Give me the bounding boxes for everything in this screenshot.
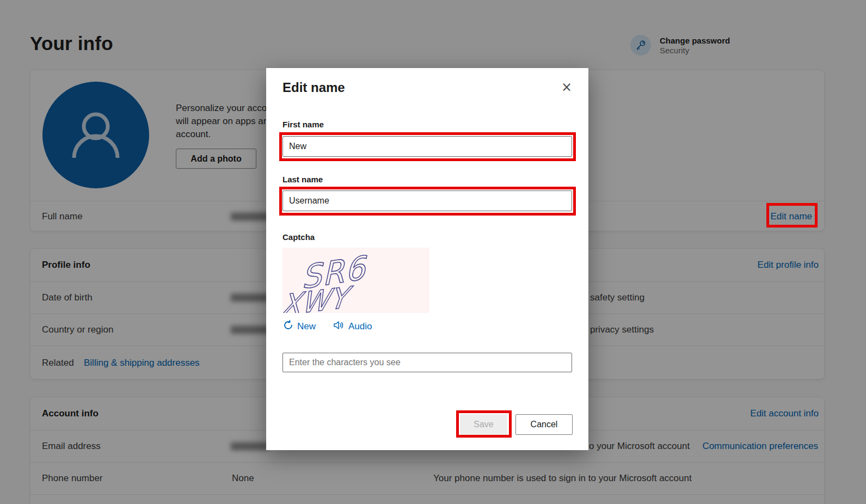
audio-captcha-button[interactable]: Audio xyxy=(333,320,372,333)
captcha-label: Captcha xyxy=(282,232,315,242)
first-name-input[interactable] xyxy=(282,136,572,157)
first-name-label: First name xyxy=(282,120,324,129)
close-icon[interactable]: × xyxy=(560,81,573,94)
refresh-icon xyxy=(283,320,293,333)
captcha-answer-input[interactable] xyxy=(282,353,572,372)
new-captcha-button[interactable]: New xyxy=(283,320,316,333)
last-name-input[interactable] xyxy=(282,190,572,211)
cancel-button[interactable]: Cancel xyxy=(515,414,573,435)
speaker-icon xyxy=(333,320,345,333)
last-name-label: Last name xyxy=(282,175,323,184)
dialog-title: Edit name xyxy=(282,80,345,95)
audio-captcha-label: Audio xyxy=(348,321,372,332)
edit-name-dialog: Edit name × First name Last name Captcha… xyxy=(266,68,588,450)
save-button[interactable]: Save xyxy=(460,414,507,435)
captcha-image: SR6 XWY xyxy=(282,248,429,313)
new-captcha-label: New xyxy=(297,321,316,332)
